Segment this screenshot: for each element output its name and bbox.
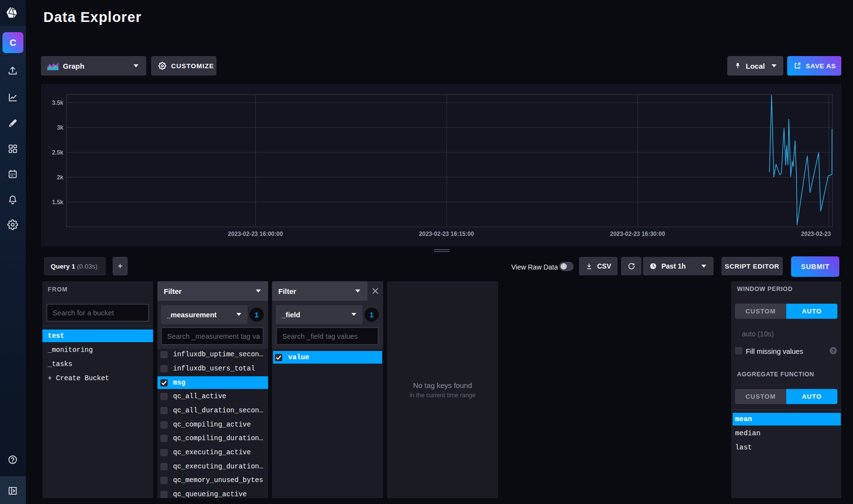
- svg-text:1.5k: 1.5k: [52, 199, 64, 206]
- svg-text:3k: 3k: [57, 124, 64, 131]
- svg-text:2023-02-23: 2023-02-23: [801, 231, 831, 237]
- svg-text:2023-02-23 16:00:00: 2023-02-23 16:00:00: [228, 231, 283, 237]
- svg-text:2.5k: 2.5k: [52, 149, 64, 156]
- svg-text:2023-02-23 16:15:00: 2023-02-23 16:15:00: [419, 231, 474, 237]
- svg-text:3.5k: 3.5k: [52, 99, 64, 106]
- svg-text:2023-02-23 16:30:00: 2023-02-23 16:30:00: [610, 231, 665, 237]
- svg-text:2k: 2k: [57, 174, 64, 181]
